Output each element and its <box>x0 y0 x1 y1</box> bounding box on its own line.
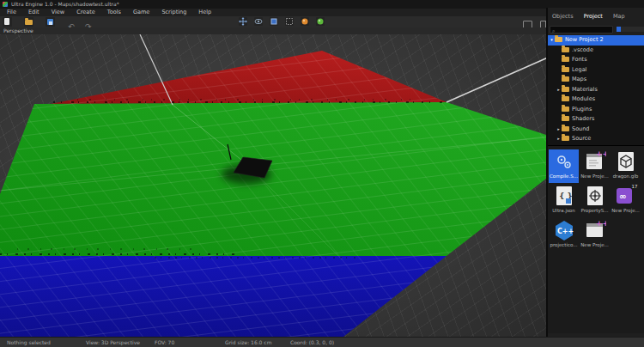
tree-item-label: Maps <box>572 76 586 82</box>
new-file-button[interactable] <box>3 17 12 27</box>
tab-project[interactable]: Project <box>583 8 604 27</box>
file-label: Compile.S... <box>549 173 579 180</box>
app-icon <box>3 2 8 7</box>
tree-item-sound[interactable]: ▸Sound <box>548 125 644 135</box>
tree-item-label: Fonts <box>572 56 587 63</box>
tree-item-label: Materials <box>572 86 598 93</box>
folder-icon <box>562 126 569 131</box>
menu-scripting[interactable]: Scripting <box>161 9 186 16</box>
status-bar: Nothing selected View: 3D Perspective FO… <box>0 337 644 347</box>
tree-item-legal[interactable]: Legal <box>548 65 644 76</box>
move-tool-button[interactable] <box>239 17 247 26</box>
marquee-select-tool-button[interactable] <box>285 17 294 26</box>
status-fov: FOV: 70 <box>155 338 174 347</box>
tree-item-fonts[interactable]: Fonts <box>548 55 644 65</box>
svg-text:C++: C++ <box>557 228 574 235</box>
file-tile-projection-icon[interactable]: C++ projectico... <box>549 218 579 252</box>
viewport-3d[interactable] <box>0 34 546 337</box>
file-tile-new-project-cpp[interactable]: ++ New Proje... <box>580 149 610 183</box>
gears-icon <box>553 150 575 173</box>
open-folder-icon <box>25 20 33 25</box>
viewport-header: Perspective <box>0 27 546 34</box>
status-grid-size: Grid size: 16.0 cm <box>225 338 271 347</box>
tree-item-plugins[interactable]: Plugins <box>548 105 644 115</box>
search-row: ⌕ <box>548 25 644 35</box>
tab-objects[interactable]: Objects <box>551 8 574 25</box>
status-coord: Coord: (0.3, 0, 0) <box>290 338 334 347</box>
tool-group <box>239 17 327 27</box>
pan-tool-button[interactable] <box>254 17 263 26</box>
tree-item-source[interactable]: ▸Source <box>548 134 644 144</box>
tree-item-vscode[interactable]: .vscode <box>548 46 644 56</box>
open-folder-icon <box>555 37 562 42</box>
svg-text:++: ++ <box>596 219 606 228</box>
file-tile-compile-shaders[interactable]: Compile.S... <box>549 149 579 183</box>
expander-open-icon[interactable]: ▾ <box>549 35 555 46</box>
tree-item-label: Legal <box>572 66 586 73</box>
cpp-logo-icon: C++ <box>553 219 575 241</box>
tree-item-label: Source <box>572 135 591 142</box>
folder-icon <box>562 87 569 92</box>
tree-item-label: Modules <box>572 95 595 102</box>
file-tile-dragon-glb[interactable]: dragon.glb <box>611 149 641 183</box>
menu-create[interactable]: Create <box>76 9 95 16</box>
file-label: dragon.glb <box>611 173 641 180</box>
json-file-icon: { } <box>553 185 575 207</box>
tree-item-new-project-2[interactable]: ▾New Project 2 <box>548 35 644 46</box>
file-tile-ultra-json[interactable]: { } Ultra.json <box>549 184 579 217</box>
move-tool-icon <box>239 17 247 26</box>
orange-sphere-tool-button[interactable] <box>301 17 309 26</box>
file-label: Ultra.json <box>549 207 579 214</box>
file-label: PropertyS... <box>580 207 610 214</box>
open-button[interactable] <box>24 17 33 27</box>
plane-grid-lines <box>0 51 546 337</box>
folder-icon <box>562 67 569 72</box>
box-select-tool-button[interactable] <box>270 17 278 26</box>
menu-file[interactable]: File <box>7 9 16 16</box>
tree-item-label: New Project 2 <box>565 36 604 43</box>
menu-help[interactable]: Help <box>198 9 211 16</box>
folder-icon <box>562 96 569 101</box>
file-label: projectico... <box>549 241 579 248</box>
menu-tools[interactable]: Tools <box>107 9 121 16</box>
menu-game[interactable]: Game <box>133 9 149 16</box>
file-tile-vs-project[interactable]: ∞ 17 New Proje... <box>611 184 641 217</box>
tab-map[interactable]: Map <box>612 8 626 25</box>
box-select-tool-icon <box>270 17 278 26</box>
tree-item-shaders[interactable]: Shaders <box>548 114 644 125</box>
pan-tool-icon <box>254 17 263 26</box>
tree-item-label: Shaders <box>572 115 594 122</box>
menu-view[interactable]: View <box>52 9 64 16</box>
status-selection: Nothing selected <box>7 338 51 347</box>
asset-grid: Compile.S... ++ New Proje... dragon.glb … <box>548 145 644 333</box>
vs-version-badge: 17 <box>631 184 639 189</box>
viewport-label: Perspective <box>3 27 33 33</box>
expander-closed-icon[interactable]: ▸ <box>556 85 562 95</box>
svg-text:++: ++ <box>596 150 606 158</box>
file-label: New Proje... <box>580 241 610 248</box>
folder-icon <box>562 107 569 112</box>
orange-sphere-tool-icon <box>301 17 309 26</box>
status-view: View: 3D Perspective <box>86 338 140 347</box>
marquee-select-tool-icon <box>285 17 294 26</box>
tree-item-maps[interactable]: Maps <box>548 75 644 85</box>
folder-icon <box>562 76 569 82</box>
file-tile-new-project-cpp-2[interactable]: ++ New Proje... <box>580 218 610 252</box>
file-tile-property-sheet[interactable]: PropertyS... <box>580 184 610 217</box>
tree-item-modules[interactable]: Modules <box>548 94 644 105</box>
tree-item-label: .vscode <box>572 46 593 53</box>
cpp-project-icon: ++ <box>584 150 606 173</box>
visual-studio-icon: ∞ 17 <box>615 185 637 207</box>
cpp-project-icon: ++ <box>584 219 606 241</box>
green-sphere-tool-button[interactable] <box>316 17 325 26</box>
save-button[interactable] <box>46 17 55 27</box>
search-input[interactable]: ⌕ <box>550 26 613 33</box>
window-title: Ultra Engine 1.0 - Maps/shadowtest.ultra… <box>11 0 119 9</box>
expander-closed-icon[interactable]: ▸ <box>556 134 562 144</box>
model-cube-icon <box>615 150 637 173</box>
expander-closed-icon[interactable]: ▸ <box>556 125 562 135</box>
scrollbar-track[interactable] <box>621 27 644 32</box>
menu-edit[interactable]: Edit <box>28 9 39 16</box>
tree-item-materials[interactable]: ▸Materials <box>548 85 644 95</box>
folder-icon <box>562 57 569 62</box>
